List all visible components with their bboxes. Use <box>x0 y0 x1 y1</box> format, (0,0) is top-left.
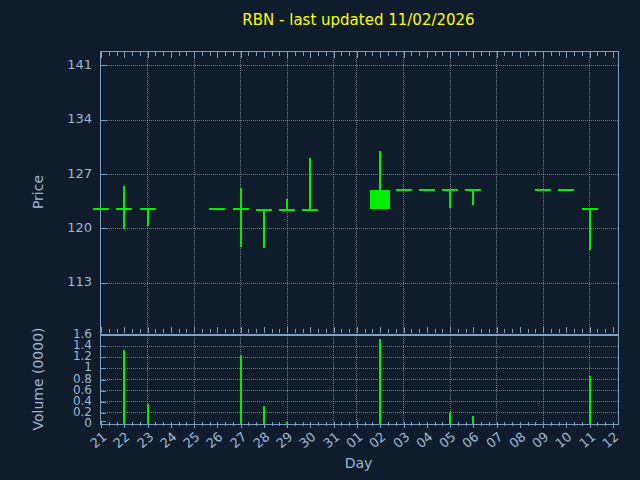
price-gridline <box>101 120 618 121</box>
x-tick <box>186 422 187 426</box>
x-tick <box>241 52 242 58</box>
volume-tick <box>101 421 106 422</box>
x-tick <box>310 52 311 58</box>
x-tick <box>148 52 149 58</box>
x-tick <box>140 422 141 426</box>
candle-close-tick <box>287 209 295 211</box>
candle-open-tick <box>442 189 450 191</box>
x-tick <box>132 52 133 56</box>
day-gridline <box>356 335 357 424</box>
x-tick <box>179 329 180 333</box>
candle-open-tick <box>233 208 241 210</box>
candle-open-tick <box>116 208 124 210</box>
x-tick <box>155 422 156 426</box>
price-gridline <box>101 228 618 229</box>
x-tick <box>458 329 459 333</box>
x-tick <box>404 52 405 58</box>
x-tick <box>372 52 373 56</box>
x-tick <box>365 329 366 333</box>
candle-close-tick <box>124 208 132 210</box>
x-tick <box>535 329 536 333</box>
volume-tick <box>101 346 106 347</box>
x-tick <box>341 422 342 426</box>
x-tick <box>279 422 280 426</box>
x-tick <box>357 52 358 58</box>
x-tick <box>380 52 381 58</box>
x-tick <box>194 422 195 428</box>
x-tick <box>225 52 226 56</box>
volume-bar <box>123 350 125 424</box>
x-tick <box>613 327 614 333</box>
volume-tick <box>101 402 106 403</box>
x-tick <box>256 52 257 56</box>
x-tick <box>233 422 234 426</box>
x-tick <box>171 327 172 333</box>
volume-gridline <box>101 412 618 413</box>
x-tick <box>357 422 358 428</box>
candle-close-tick <box>310 209 318 211</box>
x-tick <box>396 52 397 56</box>
day-gridline <box>543 335 544 424</box>
candle-close-tick <box>450 189 458 191</box>
x-tick <box>450 327 451 333</box>
x-tick <box>295 329 296 333</box>
x-tick <box>411 422 412 426</box>
x-tick <box>210 52 211 56</box>
x-tick <box>489 422 490 426</box>
x-tick <box>310 422 311 428</box>
candle-wick <box>589 209 591 250</box>
x-tick <box>171 52 172 58</box>
candle-open-tick <box>256 209 264 211</box>
x-tick <box>117 52 118 56</box>
x-tick <box>202 422 203 426</box>
candle-close-tick <box>148 208 156 210</box>
x-tick <box>520 52 521 58</box>
candle-wick <box>147 209 149 225</box>
volume-bar <box>449 412 451 424</box>
volume-bar <box>263 406 265 424</box>
x-tick <box>295 52 296 56</box>
x-tick <box>473 52 474 58</box>
volume-gridline <box>101 368 618 369</box>
x-tick <box>543 52 544 58</box>
day-gridline <box>333 52 334 335</box>
x-tick <box>341 52 342 56</box>
x-tick <box>179 52 180 56</box>
x-tick <box>497 422 498 428</box>
x-tick <box>559 329 560 333</box>
x-tick <box>551 52 552 56</box>
candle-close-tick <box>543 189 551 191</box>
x-tick <box>388 422 389 426</box>
price-tick-label: 134 <box>40 111 92 126</box>
candle-close-tick <box>473 189 481 191</box>
x-tick <box>566 422 567 428</box>
candle-open-tick <box>465 189 473 191</box>
x-tick <box>109 422 110 426</box>
x-tick <box>140 329 141 333</box>
day-gridline <box>333 335 334 424</box>
x-tick <box>334 327 335 333</box>
candle-open-tick <box>558 189 566 191</box>
candle-wick <box>379 151 381 190</box>
x-tick <box>248 52 249 56</box>
x-tick <box>543 422 544 428</box>
x-tick <box>310 327 311 333</box>
x-tick <box>287 52 288 58</box>
candle-close-tick <box>590 208 598 210</box>
candle-wick <box>263 210 265 248</box>
x-tick <box>582 52 583 56</box>
x-tick <box>272 422 273 426</box>
x-tick <box>303 422 304 426</box>
x-tick <box>559 52 560 56</box>
x-tick <box>435 329 436 333</box>
x-tick <box>303 329 304 333</box>
x-tick <box>349 52 350 56</box>
x-tick <box>179 422 180 426</box>
x-tick <box>225 329 226 333</box>
price-tick-label: 113 <box>40 274 92 289</box>
volume-bar <box>240 355 242 424</box>
x-tick <box>396 422 397 426</box>
x-tick <box>489 329 490 333</box>
x-tick <box>225 422 226 426</box>
x-tick <box>171 422 172 428</box>
